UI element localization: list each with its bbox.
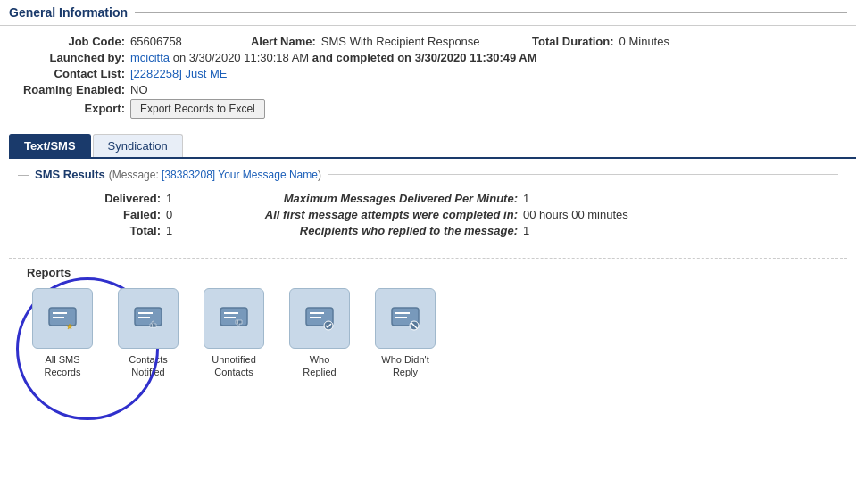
all-sms-icon-box [32, 288, 93, 349]
stats-container: Delivered: 1 Failed: 0 Total: 1 Maximum … [18, 192, 838, 249]
max-messages-label: Maximum Messages Delivered Per Minute: [259, 192, 518, 205]
job-code-label: Job Code: [18, 35, 125, 48]
reports-section: Reports All SMSRecords [9, 258, 847, 386]
unnotified-icon [216, 301, 252, 336]
sms-results-section: — SMS Results (Message: [38383208] Your … [0, 159, 856, 258]
launched-by-label: Launched by: [18, 51, 125, 64]
total-duration-label: Total Duration: [507, 35, 614, 48]
alert-name-label: Alert Name: [209, 35, 316, 48]
info-row-export: Export: Export Records to Excel [18, 99, 838, 119]
tabs-bar: Text/SMS Syndication [9, 134, 856, 159]
contact-list-value: [2282258] Just ME [130, 67, 227, 80]
contacts-notified-icon-box [118, 288, 179, 349]
who-replied-icon [302, 301, 337, 336]
tab-textsms[interactable]: Text/SMS [9, 134, 91, 157]
delivered-label: Delivered: [98, 192, 161, 205]
launched-by-value: mcicitta on 3/30/2020 11:30:18 AM and co… [130, 51, 537, 64]
stat-delivered: Delivered: 1 [98, 192, 223, 205]
results-dash: — [18, 168, 29, 181]
report-who-didnt-reply[interactable]: Who Didn'tReply [370, 288, 441, 379]
contact-list-link[interactable]: [2282258] Just ME [130, 67, 227, 80]
contacts-notified-label: ContactsNotified [129, 353, 167, 379]
alert-name-value: SMS With Recipient Response [321, 35, 480, 48]
results-line [328, 174, 838, 175]
roaming-value: NO [130, 83, 148, 96]
message-link[interactable]: [38383208] Your Message Name [162, 169, 318, 181]
who-didnt-reply-icon-box [375, 288, 436, 349]
job-code-value: 65606758 [130, 35, 182, 48]
tab-syndication[interactable]: Syndication [93, 134, 183, 157]
launched-on-text: on 3/30/2020 11:30:18 AM [173, 51, 310, 64]
first-attempts-value: 00 hours 00 minutes [523, 208, 628, 221]
sms-results-title: SMS Results [35, 168, 105, 181]
who-didnt-reply-icon [387, 301, 423, 336]
roaming-label: Roaming Enabled: [18, 83, 125, 96]
stats-left: Delivered: 1 Failed: 0 Total: 1 [27, 192, 223, 240]
stat-max-messages: Maximum Messages Delivered Per Minute: 1 [259, 192, 829, 205]
info-row-2: Launched by: mcicitta on 3/30/2020 11:30… [18, 51, 838, 64]
sms-results-header: — SMS Results (Message: [38383208] Your … [18, 168, 838, 181]
general-info-header: General Information [0, 0, 856, 26]
report-contacts-notified[interactable]: ContactsNotified [112, 288, 184, 379]
total-value: 1 [166, 224, 172, 237]
launched-by-link[interactable]: mcicitta [130, 51, 170, 64]
failed-label: Failed: [98, 208, 161, 221]
who-replied-icon-box [289, 288, 350, 349]
export-button[interactable]: Export Records to Excel [130, 99, 265, 119]
report-who-replied[interactable]: WhoReplied [284, 288, 355, 379]
who-didnt-reply-label: Who Didn'tReply [381, 353, 428, 379]
unnotified-icon-box [204, 288, 264, 349]
first-attempts-label: All first message attempts were complete… [259, 208, 518, 221]
section-title: General Information [9, 5, 128, 20]
report-all-sms[interactable]: All SMSRecords [27, 288, 98, 379]
all-sms-icon [45, 301, 80, 336]
stats-right: Maximum Messages Delivered Per Minute: 1… [223, 192, 829, 240]
report-unnotified[interactable]: UnnotifiedContacts [198, 288, 270, 379]
reports-title: Reports [27, 266, 829, 279]
completed-date: 3/30/2020 11:30:49 AM [415, 51, 537, 64]
stat-failed: Failed: 0 [98, 208, 223, 221]
failed-value: 0 [166, 208, 172, 221]
svg-rect-11 [236, 320, 238, 324]
info-row-1: Job Code: 65606758 Alert Name: SMS With … [18, 35, 838, 48]
sms-results-subtitle: (Message: [38383208] Your Message Name) [109, 169, 321, 181]
stat-total: Total: 1 [98, 224, 223, 237]
recipients-replied-value: 1 [523, 224, 529, 237]
reports-icons: All SMSRecords ContactsNotified [27, 288, 829, 379]
total-duration-value: 0 Minutes [619, 35, 669, 48]
unnotified-label: UnnotifiedContacts [212, 353, 256, 379]
who-replied-label: WhoReplied [303, 353, 336, 379]
recipients-replied-label: Recipients who replied to the message: [259, 224, 518, 237]
info-row-3: Contact List: [2282258] Just ME [18, 67, 838, 80]
total-label: Total: [98, 224, 161, 237]
svg-rect-7 [150, 324, 153, 327]
max-messages-value: 1 [523, 192, 529, 205]
info-block: Job Code: 65606758 Alert Name: SMS With … [0, 26, 856, 134]
stat-recipients-replied: Recipients who replied to the message: 1 [259, 224, 829, 237]
contacts-notified-icon [130, 301, 166, 336]
stat-first-attempts: All first message attempts were complete… [259, 208, 829, 221]
completed-text: and completed on [312, 51, 411, 64]
export-label: Export: [18, 102, 125, 115]
delivered-value: 1 [166, 192, 172, 205]
contact-list-label: Contact List: [18, 67, 125, 80]
header-divider [135, 12, 847, 13]
info-row-4: Roaming Enabled: NO [18, 83, 838, 96]
all-sms-label: All SMSRecords [45, 353, 81, 379]
